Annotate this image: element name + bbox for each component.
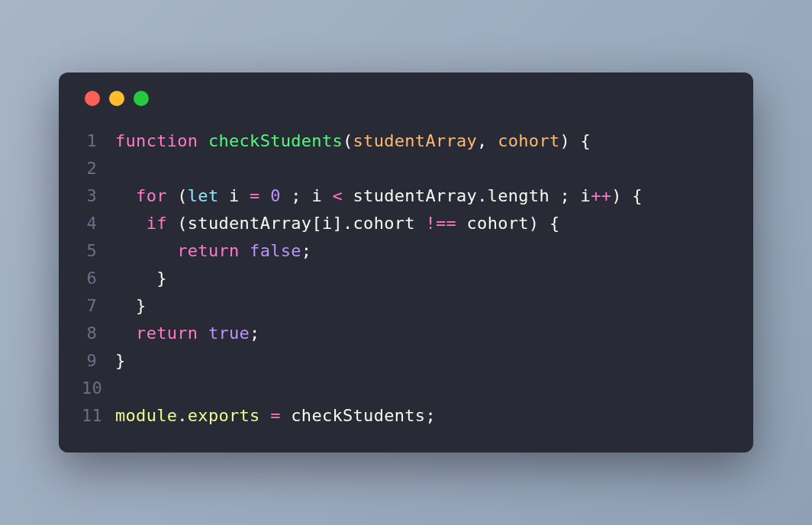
punct: . (177, 406, 188, 425)
minimize-icon[interactable] (109, 91, 124, 106)
var: i (229, 186, 240, 205)
line-content: module.exports = checkStudents; (115, 402, 436, 430)
code-line: 10 (82, 375, 730, 402)
line-content: for (let i = 0 ; i < studentArray.length… (115, 182, 643, 210)
punct: } (156, 269, 167, 288)
punct: ; (560, 186, 571, 205)
code-line: 3 for (let i = 0 ; i < studentArray.leng… (82, 182, 730, 210)
punct: ] (332, 214, 343, 233)
line-number: 7 (82, 292, 115, 320)
keyword: return (136, 324, 198, 343)
code-line: 8 return true; (82, 320, 730, 347)
code-line: 4 if (studentArray[i].cohort !== cohort)… (82, 210, 730, 237)
var: cohort (467, 214, 529, 233)
punct: ; (291, 186, 301, 205)
operator: = (270, 406, 281, 425)
punct: , (477, 131, 488, 150)
line-content: if (studentArray[i].cohort !== cohort) { (115, 210, 560, 237)
punct: ; (250, 324, 260, 343)
number: 0 (270, 186, 281, 205)
ident: checkStudents (291, 406, 425, 425)
ident: module (115, 406, 177, 425)
line-content: } (115, 292, 147, 320)
punct: ( (177, 214, 188, 233)
line-number: 11 (82, 402, 115, 430)
prop: length (488, 186, 549, 205)
var: i (322, 214, 333, 233)
function-name: checkStudents (208, 131, 343, 150)
code-line: 7 } (82, 292, 730, 320)
line-number: 3 (82, 182, 115, 210)
param: studentArray (353, 131, 478, 150)
line-content: function checkStudents(studentArray, coh… (115, 127, 591, 155)
punct: } (136, 296, 147, 315)
var: studentArray (353, 186, 478, 205)
code-line: 5 return false; (82, 237, 730, 265)
punct: . (343, 214, 353, 233)
keyword: for (136, 186, 167, 205)
punct: ( (177, 186, 188, 205)
punct: . (477, 186, 488, 205)
code-line: 11 module.exports = checkStudents; (82, 402, 730, 430)
boolean: true (208, 324, 250, 343)
keyword: return (177, 241, 239, 260)
punct: ( (343, 131, 353, 150)
code-line: 2 (82, 155, 730, 182)
line-content: } (115, 347, 126, 375)
boolean: false (250, 241, 301, 260)
code-editor-window: 1 function checkStudents(studentArray, c… (59, 72, 753, 453)
prop: cohort (353, 214, 415, 233)
operator: = (250, 186, 260, 205)
code-line: 1 function checkStudents(studentArray, c… (82, 127, 730, 155)
punct: ) (529, 214, 540, 233)
line-number: 1 (82, 127, 115, 155)
ident: exports (188, 406, 260, 425)
code-line: 9 } (82, 347, 730, 375)
var: i (311, 186, 322, 205)
punct: { (581, 131, 591, 150)
operator: ++ (591, 186, 611, 205)
window-controls (82, 91, 730, 106)
param: cohort (498, 131, 559, 150)
punct: { (549, 214, 560, 233)
line-number: 4 (82, 210, 115, 237)
line-number: 6 (82, 265, 115, 292)
close-icon[interactable] (85, 91, 100, 106)
punct: ; (301, 241, 312, 260)
line-content: return false; (115, 237, 311, 265)
code-line: 6 } (82, 265, 730, 292)
line-number: 8 (82, 320, 115, 347)
keyword: if (147, 214, 167, 233)
punct: ; (425, 406, 436, 425)
punct: ) (611, 186, 622, 205)
punct: { (632, 186, 643, 205)
line-number: 5 (82, 237, 115, 265)
line-number: 2 (82, 155, 115, 182)
operator: < (332, 186, 343, 205)
maximize-icon[interactable] (134, 91, 149, 106)
line-content: return true; (115, 320, 260, 347)
operator: !== (425, 214, 456, 233)
punct: } (115, 351, 126, 370)
line-number: 10 (82, 375, 115, 402)
keyword: function (115, 131, 198, 150)
var: studentArray (188, 214, 312, 233)
code-area[interactable]: 1 function checkStudents(studentArray, c… (82, 127, 730, 430)
punct: [ (311, 214, 322, 233)
var: i (581, 186, 591, 205)
punct: ) (559, 131, 570, 150)
line-number: 9 (82, 347, 115, 375)
keyword: let (188, 186, 219, 205)
line-content: } (115, 265, 167, 292)
